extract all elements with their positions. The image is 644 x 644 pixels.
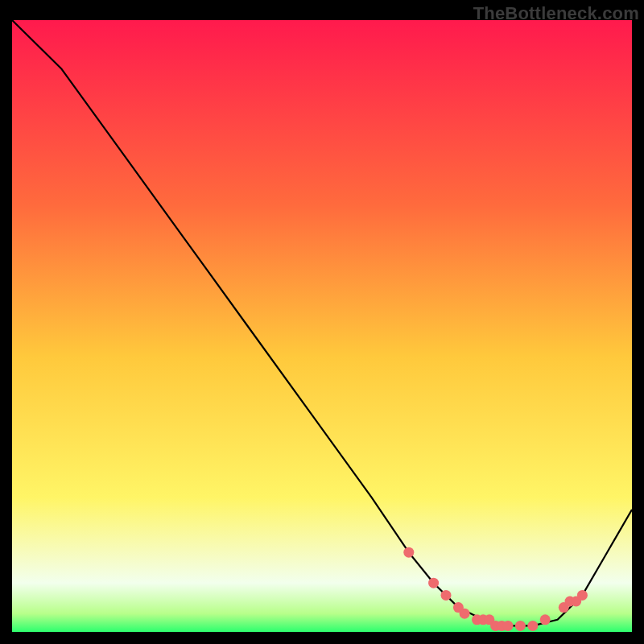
dot xyxy=(515,621,526,631)
dot xyxy=(441,590,452,601)
gradient-background xyxy=(12,20,632,632)
dot xyxy=(503,621,514,631)
watermark-text: TheBottleneck.com xyxy=(473,3,639,24)
dot xyxy=(540,614,551,625)
chart-svg xyxy=(12,20,632,632)
plot-area xyxy=(12,20,632,632)
dot xyxy=(527,621,538,631)
chart-frame: TheBottleneck.com xyxy=(0,0,644,644)
dot xyxy=(428,578,439,588)
dot xyxy=(403,547,414,558)
dot xyxy=(460,609,470,619)
dot xyxy=(577,590,588,601)
